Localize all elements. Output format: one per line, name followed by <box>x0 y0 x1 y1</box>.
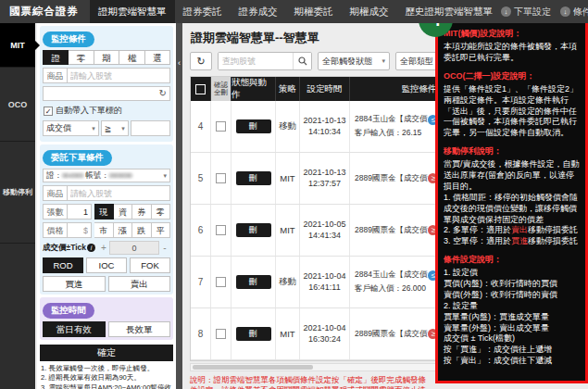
tick-minus-button[interactable]: - <box>159 243 170 253</box>
row-number: 4 <box>191 101 211 152</box>
market-tab[interactable]: 權 <box>119 50 144 65</box>
topbar-tab[interactable]: 證期雲端智慧單 <box>90 0 175 23</box>
row-strategy: 移動 <box>276 257 300 307</box>
filter-select[interactable]: 全部觸發狀態▾ <box>318 52 390 70</box>
row-set-time: 2021-10-0416:41:11 <box>300 257 350 307</box>
sell-button[interactable]: 賣出 <box>108 276 171 292</box>
trigger-operator-select[interactable]: ≧ ▾ <box>101 120 129 136</box>
row-number: 6 <box>191 205 211 256</box>
search-button[interactable] <box>293 53 311 69</box>
row-checkbox[interactable] <box>216 121 226 132</box>
select-all-checkbox[interactable] <box>195 84 206 94</box>
help-text: 按「賣出」：成交價往下遞減 <box>444 356 552 365</box>
market-tab[interactable]: 零 <box>69 50 94 65</box>
topbar-action[interactable]: ↓下單設定 <box>501 6 551 19</box>
delete-button[interactable]: 刪 <box>236 119 271 133</box>
info-icon[interactable]: i <box>87 244 95 252</box>
search-input[interactable] <box>219 53 293 69</box>
topbar-tab[interactable]: 證券委託 <box>175 0 231 23</box>
help-text-line: 買單量(內盤)：買進成交單量 <box>444 312 580 323</box>
validity-button[interactable]: 長效單 <box>108 321 171 337</box>
topbar-action[interactable]: ↓條件說明 <box>560 6 588 19</box>
product-name-box: ↻ <box>43 86 170 101</box>
row-set-time: 2021-10-1312:37:57 <box>300 153 350 204</box>
topbar-actions: ↓下單設定↓條件說明↓教學 <box>501 6 588 19</box>
row-checkbox[interactable] <box>216 173 226 183</box>
price-input[interactable] <box>68 222 92 238</box>
chevron-down-icon: ▾ <box>121 125 125 132</box>
condition-text: 2889國票金【成交價 <box>355 329 427 340</box>
delete-button[interactable]: 刪 <box>236 171 271 185</box>
top-tabs: 證期雲端智慧單證券委託證券成交期權委託期權成交歷史證期雲端智慧單 <box>90 0 501 23</box>
help-section-heading: 移動停利說明： <box>444 145 580 157</box>
sidebar-item-oco[interactable]: OCO <box>0 68 35 142</box>
topbar-tab[interactable]: 證券成交 <box>231 0 286 23</box>
confirm-button[interactable]: 確定 <box>40 345 173 361</box>
auto-fill-checkbox[interactable]: ✓ <box>44 107 53 116</box>
lot-type-tab[interactable]: 資 <box>114 204 133 220</box>
row-checkbox[interactable] <box>216 277 226 287</box>
price-type-tab[interactable]: 市 <box>94 222 114 238</box>
lot-type-tab[interactable]: 現 <box>94 204 114 220</box>
help-text: 1. 價格間距：移停的初始觸發價會隨成交後的現價價位變動，讓移停觸價單與成交價保… <box>444 193 578 224</box>
condition-input-price: 客戶輸入價：26.000 <box>355 283 426 295</box>
quantity-input[interactable] <box>68 204 92 220</box>
form-note: 3. 雲端智慧單每日AM5:20~AM6:00暫停收單。 <box>41 383 172 389</box>
trigger-field-select[interactable]: 成交價 ▾ <box>43 120 99 136</box>
market-type-tabs: 證零期權選 <box>43 50 170 65</box>
delete-button[interactable]: 刪 <box>236 223 271 237</box>
delete-button[interactable]: 刪 <box>236 327 271 341</box>
tick-plus-button[interactable]: + <box>98 243 109 253</box>
lot-type-tab[interactable]: 券 <box>132 204 152 220</box>
tif-button[interactable]: FOK <box>130 257 170 273</box>
validity-button[interactable]: 當日有效 <box>43 321 106 337</box>
tif-button[interactable]: IOC <box>86 257 127 273</box>
auto-fill-label: 自動帶入下單標的 <box>56 105 122 117</box>
market-tab[interactable]: 選 <box>145 50 170 65</box>
trigger-field-value: 成交價 <box>46 122 90 134</box>
row-checkbox[interactable] <box>216 329 226 339</box>
order-condition-panel: 監控條件 證零期權選 商品 ↻ ✓ 自動帶入下單標的 成交價 ▾ ≧ ▾ 委託下… <box>37 23 176 389</box>
market-tab[interactable]: 證 <box>43 50 69 65</box>
help-section: MIT(觸價)設定說明：本項功能所設定的條件被觸發，本項委託即已執行完畢。 <box>444 28 580 64</box>
order-product-input[interactable] <box>68 185 170 201</box>
help-text-line: 2. 多單停：適用於賣出移動停損委託 <box>444 225 580 236</box>
topbar-tab[interactable]: 期權委託 <box>286 0 342 23</box>
row-time: 14:41:34 <box>308 231 341 242</box>
scrollbar-thumb[interactable] <box>193 365 313 370</box>
sidebar-item-移動停利[interactable]: 移動停利 <box>0 142 35 244</box>
delete-button[interactable]: 刪 <box>236 275 271 289</box>
row-set-time: 2021-10-1314:10:34 <box>300 101 350 152</box>
monitor-product-input[interactable] <box>68 68 170 83</box>
market-tab[interactable]: 期 <box>94 50 119 65</box>
filter-select-value: 全部觸發狀態 <box>322 56 380 68</box>
tif-button[interactable]: ROD <box>43 257 83 273</box>
price-type-tab[interactable]: 跌 <box>132 222 152 238</box>
refresh-button[interactable]: ↻ <box>190 52 212 70</box>
help-text-line: 當買/賣成交後，根據條件設定，自動送出原庫存(留倉)的反向單，以達停損目的。 <box>444 159 580 193</box>
refresh-icon[interactable]: ↻ <box>159 89 167 98</box>
help-text: 賣價(外盤)：收到行情時的賣價 <box>444 290 557 299</box>
topbar-tab[interactable]: 歷史證期雲端智慧單 <box>397 0 502 23</box>
topbar-tab[interactable]: 期權成交 <box>342 0 397 23</box>
product-label: 商品 <box>43 68 68 83</box>
help-text-line: 3. 空單停：適用於買進移動停損委託 <box>444 236 580 247</box>
tick-value-input[interactable] <box>109 241 159 255</box>
row-checkbox[interactable] <box>216 225 226 235</box>
help-section-heading: OCO(二擇一)設定說明： <box>444 70 580 82</box>
account-prefix: 證： <box>46 170 62 182</box>
account-select[interactable]: 證： 00-0000 帳號： 0000000 ▾ <box>43 169 170 182</box>
condition-help-icon: ↓ <box>560 6 570 17</box>
row-action-cell: 刪 <box>231 205 276 256</box>
sidebar-item-mit[interactable]: MIT <box>0 23 35 68</box>
price-type-tab[interactable]: 平 <box>152 222 171 238</box>
lot-type-tab[interactable]: 零 <box>152 204 171 220</box>
row-action-cell: 刪 <box>231 257 276 307</box>
collapse-icon[interactable]: ‹ <box>176 58 182 68</box>
row-strategy: MIT <box>276 205 300 256</box>
help-text: 當買/賣成交後，根據條件設定，自動送出原庫存(留倉)的反向單，以達停損目的。 <box>444 159 580 191</box>
buy-button[interactable]: 買進 <box>43 276 106 292</box>
price-type-tab[interactable]: 漲 <box>114 222 133 238</box>
trigger-value-input[interactable] <box>131 120 170 136</box>
condition-text: 2884玉山金【成交價 <box>355 270 427 281</box>
